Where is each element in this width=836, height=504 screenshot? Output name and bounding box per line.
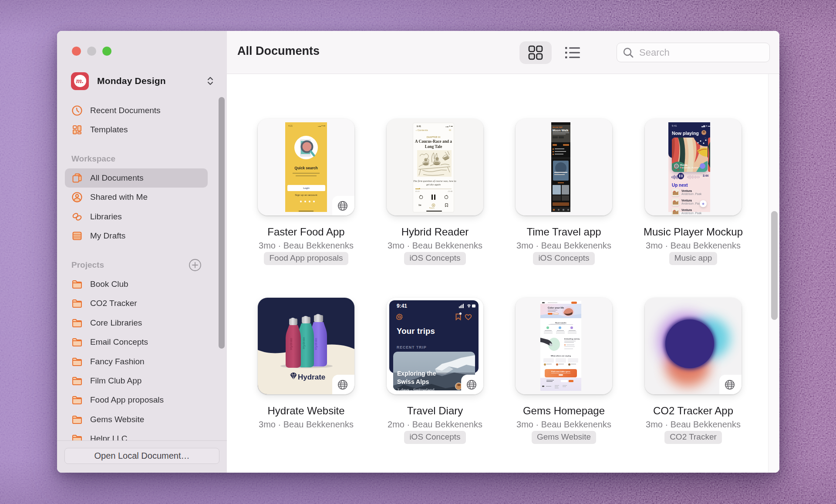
svg-text:Hydrate: Hydrate (298, 373, 325, 381)
svg-text:Hydrate: Hydrate (314, 337, 318, 350)
svg-text:Hydrate: Hydrate (302, 336, 306, 349)
svg-text:Hydrate: Hydrate (289, 337, 293, 350)
